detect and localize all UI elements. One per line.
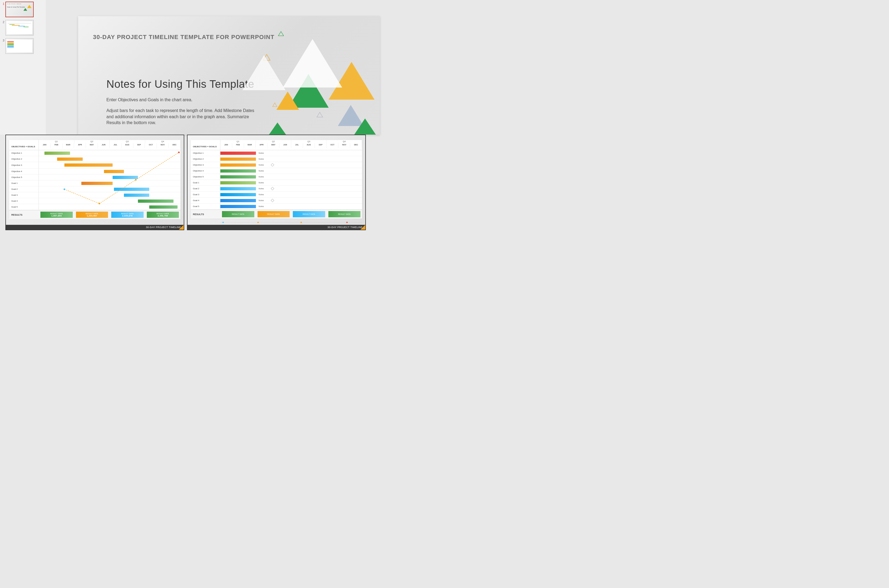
svg-marker-0 <box>278 32 284 36</box>
triangle-decoration <box>242 55 286 90</box>
note-text: Notes <box>259 205 264 208</box>
main-slide[interactable]: 30-DAY PROJECT TIMELINE TEMPLATE FOR POW… <box>78 16 380 135</box>
results-label: RESULTS <box>191 210 220 219</box>
gantt-bar[interactable] <box>104 170 124 173</box>
month-header: AUG <box>303 143 315 148</box>
month-header: JUN <box>98 143 110 148</box>
gantt-bar[interactable] <box>220 199 256 202</box>
row-label: Goal 2 <box>191 186 220 191</box>
milestone-diamond-icon[interactable] <box>271 187 274 190</box>
month-header: MAY <box>86 143 98 148</box>
notes-body: Enter Objectives and Goals in the chart … <box>107 97 257 131</box>
gantt-bar[interactable] <box>220 205 256 208</box>
month-header: DEC <box>168 143 181 148</box>
milestone-diamond-icon[interactable] <box>271 163 274 166</box>
month-header: FEB <box>51 143 63 148</box>
svg-marker-3 <box>317 112 323 117</box>
triangle-outline-icon <box>316 112 323 118</box>
note-text: Notes <box>259 158 264 160</box>
result-box: RESULT DATA2,345,678 <box>111 212 144 218</box>
gantt-bar[interactable] <box>220 152 256 155</box>
row-label: Goal 2 <box>9 186 39 192</box>
gantt-bar[interactable] <box>220 193 256 196</box>
gantt-body: Objective 1Notes Objective 2Notes Object… <box>191 150 362 210</box>
gantt-bar[interactable] <box>220 164 256 166</box>
quarter-header: Q1 <box>39 140 74 143</box>
note-text: Notes <box>259 152 264 154</box>
svg-point-10 <box>223 222 224 223</box>
gantt-bar[interactable] <box>220 170 256 172</box>
gantt-bar[interactable] <box>57 158 83 161</box>
month-header: FEB <box>232 143 244 148</box>
month-header: NOV <box>157 143 168 148</box>
gantt-bar[interactable] <box>124 194 149 197</box>
slide-thumb-2[interactable]: 2 <box>1 20 45 36</box>
month-header: OCT <box>145 143 157 148</box>
svg-point-11 <box>257 222 259 223</box>
triangle-decoration <box>277 92 299 110</box>
gantt-bar[interactable] <box>81 182 113 185</box>
objectives-header-label: OBJECTIVES + GOALS <box>9 143 39 150</box>
result-box: RESULT DATA <box>293 211 325 217</box>
row-label: Objective 4 <box>9 168 39 174</box>
result-box: RESULT DATA <box>257 211 290 217</box>
mini-slide-gantt-2[interactable]: Q1 Q2 Q3 Q4 OBJECTIVES + GOALS JAN FEB M… <box>187 135 366 230</box>
slide-deck-title: 30-DAY PROJECT TIMELINE TEMPLATE FOR POW… <box>93 34 275 40</box>
milestone-diamond-icon[interactable] <box>271 199 274 202</box>
month-header: SEP <box>133 143 145 148</box>
note-text: Notes <box>259 199 264 202</box>
result-box: RESULT DATA3,456,789 <box>147 212 179 218</box>
gantt-bar[interactable] <box>220 158 256 161</box>
gantt-bar[interactable] <box>44 152 70 155</box>
gantt-bar[interactable] <box>138 200 173 203</box>
note-text: Notes <box>259 170 264 172</box>
month-header: APR <box>74 143 86 148</box>
gantt-bar[interactable] <box>149 206 177 208</box>
gantt-bar[interactable] <box>220 181 256 184</box>
row-label: Goal 1 <box>191 180 220 186</box>
slide-footer: 30-DAY PROJECT TIMELINE <box>6 225 184 230</box>
row-label: Objective 4 <box>191 168 220 174</box>
gantt-chart: Q1 Q2 Q3 Q4 OBJECTIVES + GOALS JAN FEB M… <box>9 140 181 218</box>
gantt-bar[interactable] <box>65 164 113 166</box>
month-header: MAY <box>268 143 279 148</box>
objectives-header <box>191 140 220 143</box>
note-text: Notes <box>259 193 264 196</box>
timeline-axis <box>220 221 363 224</box>
notes-heading: Notes for Using This Template <box>107 78 254 90</box>
quarter-header: Q1 <box>220 140 256 143</box>
month-header: SEP <box>315 143 327 148</box>
mini-slide-gantt-1[interactable]: Q1 Q2 Q3 Q4 OBJECTIVES + GOALS JAN FEB M… <box>5 135 184 230</box>
row-label: Objective 1 <box>191 150 220 156</box>
results-row: RESULTS RESULT DATA RESULT DATA RESULT D… <box>191 210 362 219</box>
month-header: JAN <box>39 143 51 148</box>
triangle-decoration <box>283 39 342 87</box>
row-label: Goal 4 <box>191 198 220 203</box>
gantt-bar[interactable] <box>220 187 256 190</box>
mini-previews-row: Q1 Q2 Q3 Q4 OBJECTIVES + GOALS JAN FEB M… <box>5 135 387 230</box>
month-header: DEC <box>350 143 362 148</box>
result-box: RESULT DATA <box>222 211 254 217</box>
row-label: Objective 5 <box>9 174 39 180</box>
svg-point-12 <box>301 222 302 223</box>
month-header: JUL <box>291 143 303 148</box>
month-header: NOV <box>338 143 350 148</box>
results-row: RESULTS RESULT DATA1,987,654 RESULT DATA… <box>9 210 181 219</box>
month-header: JAN <box>220 143 232 148</box>
result-box: RESULT DATA1,234,567 <box>76 212 108 218</box>
slide-thumb-3[interactable]: 3 <box>1 38 45 54</box>
slide-thumbnail-panel: 1 30-DAY PROJECT TIMELINE Notes for Usin… <box>0 0 46 135</box>
gantt-body: Objective 1 Objective 2 Objective 3 Obje… <box>9 150 181 210</box>
objectives-header <box>9 140 39 143</box>
quarter-header: Q4 <box>327 140 363 143</box>
note-text: Notes <box>259 164 264 166</box>
note-text: Notes <box>259 176 264 178</box>
quarter-header: Q3 <box>110 140 145 143</box>
thumb-preview: 30-DAY PROJECT TIMELINE Notes for Using … <box>5 2 34 17</box>
slide-thumb-1[interactable]: 1 30-DAY PROJECT TIMELINE Notes for Usin… <box>1 2 45 17</box>
gantt-bar[interactable] <box>114 188 149 191</box>
gantt-bar[interactable] <box>220 175 256 178</box>
quarter-header: Q2 <box>256 140 292 143</box>
gantt-bar[interactable] <box>113 176 138 179</box>
row-label: Goal 5 <box>191 204 220 209</box>
